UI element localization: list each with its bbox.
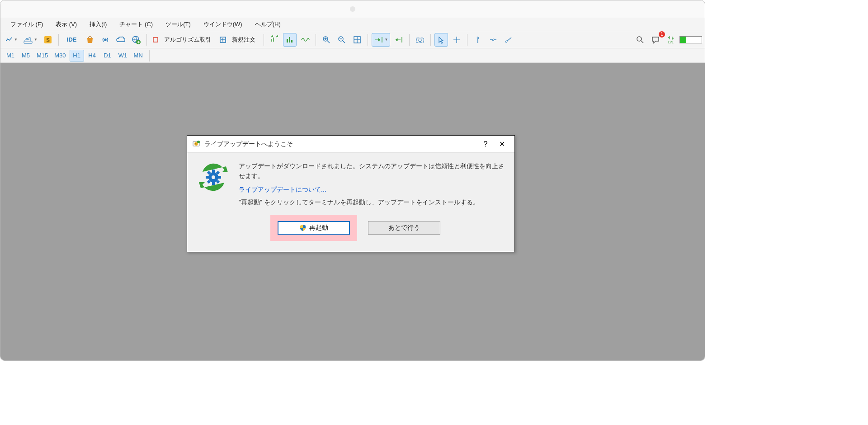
zoom-out-icon	[337, 35, 346, 44]
crosshair-button[interactable]	[450, 33, 463, 47]
menu-window[interactable]: ウインドウ(W)	[197, 19, 249, 30]
cursor-button[interactable]	[434, 33, 448, 47]
update-gear-icon	[197, 161, 230, 194]
horizontal-line-button[interactable]	[486, 33, 500, 47]
dropdown-icon: ▼	[14, 38, 18, 42]
vertical-line-icon	[474, 36, 482, 44]
timeframe-d1[interactable]: D1	[100, 50, 115, 61]
chart-candlestick-button[interactable]: ▼	[21, 33, 39, 47]
timeframe-bar: M1 M5 M15 M30 H1 H4 D1 W1 MN	[0, 48, 705, 63]
trendline-button[interactable]	[502, 33, 515, 47]
live-update-dialog: $ ライブアップデートへようこそ ? ✕ アップデートがダウンロードされました。…	[187, 135, 515, 252]
timeframe-m1[interactable]: M1	[3, 50, 18, 61]
up-down-icon	[668, 36, 674, 40]
level-indicator: LVL	[664, 33, 678, 47]
market-button[interactable]	[83, 33, 97, 47]
restart-button-label: 再起動	[309, 224, 328, 232]
svg-point-33	[212, 175, 215, 179]
timeframe-m15[interactable]: M15	[34, 50, 51, 61]
restart-button[interactable]: 再起動	[278, 221, 350, 235]
wave-icon	[301, 35, 310, 44]
timeframe-h4[interactable]: H4	[85, 50, 99, 61]
screenshot-button[interactable]	[413, 33, 427, 47]
timeframe-m5[interactable]: M5	[19, 50, 33, 61]
trendline-icon	[505, 36, 513, 44]
svg-rect-0	[24, 41, 32, 43]
new-order-button[interactable]: 新規注文	[217, 33, 260, 47]
dialog-close-button[interactable]: ✕	[494, 137, 510, 151]
menu-tools[interactable]: ツール(T)	[159, 19, 197, 30]
shopping-bag-icon	[85, 35, 94, 44]
chart-line-button[interactable]: ▼	[3, 33, 19, 47]
chart-candlestick-icon	[23, 36, 33, 44]
signal-button[interactable]	[99, 33, 112, 47]
chart-line-icon	[5, 36, 13, 44]
workspace-area: $ ライブアップデートへようこそ ? ✕ アップデートがダウンロードされました。…	[0, 63, 705, 360]
timeframe-mn[interactable]: MN	[131, 50, 146, 61]
zoom-out-button[interactable]	[335, 33, 349, 47]
zoom-in-button[interactable]	[320, 33, 333, 47]
globe-add-button[interactable]	[129, 33, 143, 47]
camera-icon	[415, 35, 425, 44]
svg-point-15	[419, 39, 421, 42]
toolbar-separator	[467, 34, 467, 46]
search-button[interactable]	[633, 33, 647, 47]
chart-shift-icon	[394, 35, 403, 44]
window-titlebar	[0, 0, 705, 18]
timeframe-m30[interactable]: M30	[52, 50, 68, 61]
dialog-titlebar: $ ライブアップデートへようこそ ? ✕	[187, 136, 514, 153]
shift-chart-icon	[270, 35, 279, 44]
menu-bar: ファイル (F) 表示 (V) 挿入(I) チャート (C) ツール(T) ウイ…	[0, 18, 705, 31]
globe-plus-icon	[131, 35, 141, 45]
menu-help[interactable]: ヘルプ(H)	[249, 19, 287, 30]
dialog-about-link[interactable]: ライブアップデートについて...	[239, 186, 326, 194]
svg-rect-9	[289, 37, 290, 42]
ide-button[interactable]: IDE	[62, 33, 81, 47]
connection-status[interactable]	[679, 36, 702, 43]
menu-file[interactable]: ファイル (F)	[4, 19, 49, 30]
svg-rect-27	[206, 176, 209, 179]
auto-scroll-icon	[374, 35, 384, 44]
grid-button[interactable]	[350, 33, 364, 47]
svg-point-16	[477, 37, 479, 39]
toolbar-separator	[149, 50, 150, 61]
restart-button-highlight: 再起動	[270, 215, 357, 241]
dialog-title: ライブアップデートへようこそ	[204, 140, 477, 148]
bar-chart-icon	[285, 35, 294, 44]
chat-icon	[651, 35, 660, 44]
oscillator-button[interactable]	[298, 33, 312, 47]
search-icon	[636, 36, 644, 44]
svg-rect-26	[212, 181, 215, 185]
notification-badge: 1	[659, 31, 665, 38]
timeframe-h1[interactable]: H1	[70, 50, 84, 61]
toolbar-separator	[146, 34, 147, 46]
shift-chart-button[interactable]	[268, 33, 281, 47]
svg-text:$: $	[195, 142, 197, 146]
svg-point-23	[197, 141, 200, 143]
algo-trade-button[interactable]: アルゴリズム取引	[151, 33, 216, 47]
menu-chart[interactable]: チャート (C)	[113, 19, 159, 30]
toolbar-separator	[368, 34, 368, 46]
later-button[interactable]: あとで行う	[368, 221, 440, 235]
svg-rect-10	[291, 40, 292, 42]
zoom-in-icon	[322, 35, 331, 44]
svg-point-3	[104, 39, 106, 41]
bar-chart-button[interactable]	[283, 33, 297, 47]
cloud-button[interactable]	[114, 33, 127, 47]
toolbar-separator	[58, 34, 59, 46]
timeframe-w1[interactable]: W1	[116, 50, 130, 61]
vertical-line-button[interactable]	[471, 33, 485, 47]
cursor-icon	[437, 36, 445, 44]
chart-shift-button[interactable]	[392, 33, 406, 47]
menu-insert[interactable]: 挿入(I)	[83, 19, 113, 30]
notifications-button[interactable]: 1	[649, 33, 662, 47]
later-button-label: あとで行う	[388, 224, 420, 232]
auto-scroll-button[interactable]: ▼	[372, 33, 391, 47]
dialog-help-button[interactable]: ?	[477, 137, 494, 151]
svg-point-18	[505, 41, 507, 42]
dollar-button[interactable]: $	[41, 33, 55, 47]
svg-point-17	[492, 39, 494, 41]
new-order-icon	[219, 36, 226, 43]
menu-view[interactable]: 表示 (V)	[49, 19, 83, 30]
shield-icon	[299, 224, 307, 231]
